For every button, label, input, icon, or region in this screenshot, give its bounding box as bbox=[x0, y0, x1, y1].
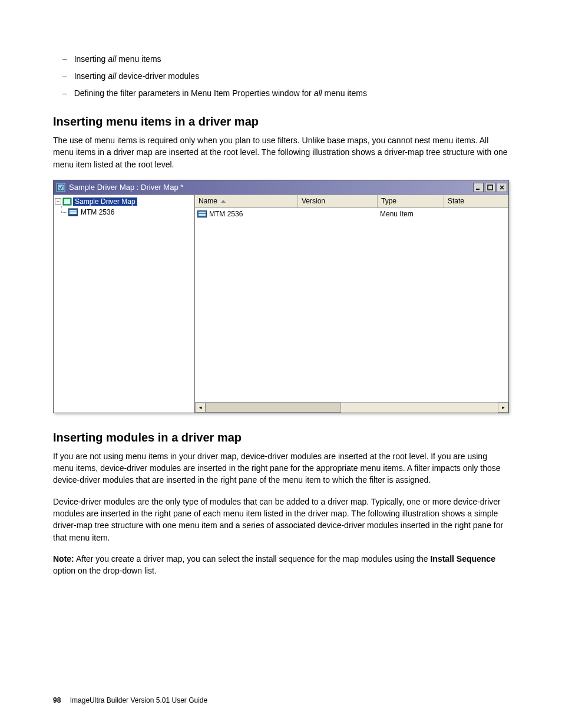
cell-text: MTM 2536 bbox=[209, 210, 243, 218]
driver-map-window: Sample Driver Map : Driver Map * − Sampl… bbox=[53, 180, 509, 413]
scroll-thumb[interactable] bbox=[206, 403, 341, 413]
bullet-item: Inserting all menu items bbox=[53, 53, 509, 65]
column-label: State bbox=[448, 197, 464, 205]
column-label: Type bbox=[381, 197, 396, 205]
tree-child-row[interactable]: MTM 2536 bbox=[55, 207, 193, 218]
minimize-icon bbox=[475, 185, 481, 190]
bullet-emphasis: all bbox=[108, 71, 116, 81]
maximize-button[interactable] bbox=[485, 183, 495, 192]
tree-pane[interactable]: − Sample Driver Map MTM 2536 bbox=[54, 195, 195, 413]
bullet-text: Defining the filter parameters in Menu I… bbox=[74, 88, 314, 98]
scroll-left-button[interactable]: ◂ bbox=[195, 403, 206, 413]
svg-rect-2 bbox=[476, 189, 480, 190]
bullet-text: device-driver modules bbox=[116, 71, 199, 81]
note-text: After you create a driver map, you can s… bbox=[74, 554, 431, 564]
close-icon bbox=[499, 185, 505, 190]
section2-paragraph-1: If you are not using menu items in your … bbox=[53, 450, 509, 486]
column-header-name[interactable]: Name bbox=[195, 195, 298, 207]
bullet-emphasis: all bbox=[314, 88, 322, 98]
doc-title: ImageUltra Builder Version 5.01 User Gui… bbox=[70, 696, 207, 704]
cell-state bbox=[444, 208, 508, 220]
section-heading-inserting-menu-items: Inserting menu items in a driver map bbox=[53, 115, 509, 129]
tree-collapse-toggle[interactable]: − bbox=[55, 198, 61, 205]
tree-child-label[interactable]: MTM 2536 bbox=[79, 208, 116, 216]
column-label: Name bbox=[199, 197, 217, 205]
svg-rect-11 bbox=[199, 214, 206, 216]
intro-bullets: Inserting all menu items Inserting all d… bbox=[53, 53, 509, 100]
svg-rect-5 bbox=[64, 199, 70, 204]
window-buttons bbox=[473, 183, 507, 192]
menu-item-icon bbox=[68, 208, 78, 216]
column-label: Version bbox=[302, 197, 325, 205]
tree-root-row[interactable]: − Sample Driver Map bbox=[55, 196, 193, 207]
list-header: Name Version Type State bbox=[195, 195, 508, 208]
scroll-track[interactable] bbox=[206, 403, 498, 413]
bullet-emphasis: all bbox=[108, 54, 116, 64]
window-title: Sample Driver Map : Driver Map * bbox=[69, 183, 473, 192]
titlebar: Sample Driver Map : Driver Map * bbox=[54, 180, 508, 195]
cell-version bbox=[298, 208, 378, 220]
minimize-button[interactable] bbox=[473, 183, 484, 192]
cell-type: Menu Item bbox=[378, 208, 444, 220]
note-strong: Install Sequence bbox=[430, 554, 495, 564]
section2-note: Note: After you create a driver map, you… bbox=[53, 553, 509, 577]
section1-paragraph: The use of menu items is required only w… bbox=[53, 134, 509, 170]
section-heading-inserting-modules: Inserting modules in a driver map bbox=[53, 431, 509, 444]
note-label: Note: bbox=[53, 554, 74, 564]
svg-rect-10 bbox=[199, 212, 206, 213]
tree-root-label[interactable]: Sample Driver Map bbox=[73, 197, 137, 206]
cell-name: MTM 2536 bbox=[195, 208, 298, 220]
sort-ascending-icon bbox=[221, 200, 226, 203]
bullet-item: Inserting all device-driver modules bbox=[53, 70, 509, 83]
driver-map-icon bbox=[62, 197, 72, 206]
bullet-item: Defining the filter parameters in Menu I… bbox=[53, 87, 509, 100]
list-row[interactable]: MTM 2536 Menu Item bbox=[195, 208, 508, 220]
app-body: − Sample Driver Map MTM 2536 bbox=[54, 195, 508, 413]
bullet-text: Inserting bbox=[74, 71, 108, 81]
maximize-icon bbox=[487, 185, 493, 190]
page-footer: 98 ImageUltra Builder Version 5.01 User … bbox=[53, 696, 207, 704]
horizontal-scrollbar[interactable]: ◂ ▸ bbox=[195, 402, 508, 413]
column-header-version[interactable]: Version bbox=[298, 195, 378, 207]
scroll-right-button[interactable]: ▸ bbox=[498, 403, 508, 413]
column-header-state[interactable]: State bbox=[444, 195, 508, 207]
bullet-text: menu items bbox=[322, 88, 367, 98]
svg-rect-7 bbox=[70, 210, 77, 212]
column-header-type[interactable]: Type bbox=[378, 195, 444, 207]
note-text: option on the drop-down list. bbox=[53, 566, 157, 575]
menu-item-icon bbox=[197, 210, 207, 218]
close-button[interactable] bbox=[497, 183, 507, 192]
app-icon bbox=[56, 183, 65, 192]
list-pane: Name Version Type State bbox=[195, 195, 508, 413]
svg-rect-8 bbox=[70, 212, 77, 214]
bullet-text: menu items bbox=[116, 54, 161, 64]
page-number: 98 bbox=[53, 696, 61, 704]
bullet-text: Inserting bbox=[74, 54, 108, 64]
tree-connector bbox=[61, 206, 67, 213]
svg-rect-3 bbox=[488, 185, 492, 190]
section2-paragraph-2: Device-driver modules are the only type … bbox=[53, 496, 509, 543]
list-body[interactable]: MTM 2536 Menu Item bbox=[195, 208, 508, 402]
